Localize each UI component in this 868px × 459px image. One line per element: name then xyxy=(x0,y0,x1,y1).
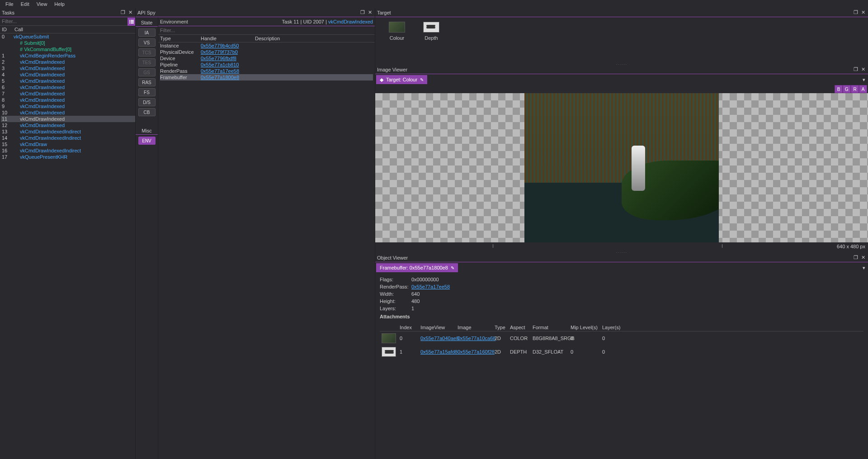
menu-view[interactable]: View xyxy=(33,0,51,8)
task-row[interactable]: 4vkCmdDrawIndexed xyxy=(1,71,135,78)
target-thumbnail xyxy=(423,22,439,33)
env-button[interactable]: ENV xyxy=(138,137,156,145)
close-icon[interactable]: ✕ xyxy=(367,9,373,16)
target-label: Colour xyxy=(390,35,404,41)
dropdown-icon[interactable]: ▾ xyxy=(863,265,865,271)
env-row[interactable]: Pipeline0x55e77a1cb810 xyxy=(160,62,373,68)
menubar: File Edit View Help xyxy=(0,0,868,8)
task-row[interactable]: 9vkCmdDrawIndexed xyxy=(1,103,135,109)
stage-button-tes[interactable]: TES xyxy=(138,58,156,66)
close-icon[interactable]: ✕ xyxy=(860,255,866,261)
stage-button-vs[interactable]: VS xyxy=(138,38,156,47)
task-row[interactable]: 8vkCmdDrawIndexed xyxy=(1,97,135,103)
misc-label: Misc xyxy=(136,127,158,135)
handle-link[interactable]: 0x55e779b4cd50 xyxy=(201,43,239,48)
channel-button-g[interactable]: G xyxy=(843,85,851,93)
stage-button-d-s[interactable]: D/S xyxy=(138,98,156,106)
task-row[interactable]: 11vkCmdDrawIndexed xyxy=(1,116,135,122)
pin-icon[interactable]: ✎ xyxy=(451,265,454,270)
image-link[interactable]: 0x55e77a10ca68 xyxy=(458,336,495,341)
target-title: Target xyxy=(377,10,853,15)
env-filter-input[interactable] xyxy=(158,26,375,35)
renderpass-link[interactable]: 0x55e77a17ee58 xyxy=(411,284,450,289)
restore-icon[interactable]: ❐ xyxy=(853,255,859,261)
attachments-header: Index ImageView Image Type Aspect Format… xyxy=(380,324,863,331)
env-row[interactable]: PhysicalDevice0x55e779f737b0 xyxy=(160,49,373,55)
stage-button-tcs[interactable]: TCS xyxy=(138,48,156,57)
back-icon[interactable]: ◆ xyxy=(380,77,383,83)
menu-edit[interactable]: Edit xyxy=(17,0,33,8)
restore-icon[interactable]: ❐ xyxy=(853,66,859,73)
env-row[interactable]: Device0x55e7796fbdf8 xyxy=(160,55,373,62)
task-row[interactable]: 16vkCmdDrawIndexedIndirect xyxy=(1,147,135,154)
attachments-label: Attachments xyxy=(380,314,863,319)
image-link[interactable]: 0x55e77a160f28 xyxy=(458,349,495,355)
task-row[interactable]: 12vkCmdDrawIndexed xyxy=(1,122,135,128)
handle-link[interactable]: 0x55e77a1800e8 xyxy=(201,75,239,80)
task-row[interactable]: 7vkCmdDrawIndexed xyxy=(1,90,135,97)
object-tag[interactable]: Framebuffer: 0x55e77a1800e8 ✎ xyxy=(376,263,458,272)
tasks-panel: Tasks ❐ ✕ ID Call 0vkQueueSubmit# Submit… xyxy=(0,8,136,459)
channel-button-b[interactable]: B xyxy=(835,85,843,93)
dropdown-icon[interactable]: ▾ xyxy=(863,77,865,83)
tasks-header: ID Call xyxy=(0,26,135,33)
image-target-tag[interactable]: ◆ Target: Colour ✎ xyxy=(376,75,427,84)
stage-button-fs[interactable]: FS xyxy=(138,88,156,96)
close-icon[interactable]: ✕ xyxy=(860,9,866,16)
target-item-colour[interactable]: Colour xyxy=(389,22,405,41)
close-icon[interactable]: ✕ xyxy=(860,66,866,73)
attachment-row[interactable]: 0 0x55e77a040ae8 0x55e77a10ca68 2D COLOR… xyxy=(380,331,863,345)
task-row[interactable]: # VkCommandBuffer[0] xyxy=(1,46,135,52)
handle-link[interactable]: 0x55e7796fbdf8 xyxy=(201,56,236,61)
image-dimensions: 640 x 480 px xyxy=(837,244,865,249)
env-row[interactable]: Instance0x55e779b4cd50 xyxy=(160,43,373,49)
stage-button-gs[interactable]: GS xyxy=(138,68,156,76)
env-row[interactable]: RenderPass0x55e77a17ee58 xyxy=(160,68,373,74)
task-row[interactable]: 0vkQueueSubmit xyxy=(1,33,135,40)
tasks-filter-toggle[interactable] xyxy=(127,18,135,26)
env-row[interactable]: Framebuffer0x55e77a1800e8 xyxy=(160,74,373,80)
breadcrumb-cmd-link[interactable]: vkCmdDrawIndexed xyxy=(328,19,373,24)
stage-button-ia[interactable]: IA xyxy=(138,28,156,37)
pin-icon[interactable]: ✎ xyxy=(420,77,424,82)
tasks-filter-input[interactable] xyxy=(0,17,127,26)
menu-file[interactable]: File xyxy=(2,0,17,8)
image-canvas[interactable] xyxy=(375,93,868,242)
imageview-link[interactable]: 0x55e77a040ae8 xyxy=(420,336,459,341)
close-icon[interactable]: ✕ xyxy=(127,9,133,16)
task-row[interactable]: 3vkCmdDrawIndexed xyxy=(1,65,135,71)
channel-button-a[interactable]: A xyxy=(859,85,867,93)
channel-button-r[interactable]: R xyxy=(851,85,859,93)
target-item-depth[interactable]: Depth xyxy=(423,22,439,41)
stage-button-ras[interactable]: RAS xyxy=(138,78,156,86)
task-row[interactable]: 6vkCmdDrawIndexed xyxy=(1,84,135,90)
task-row[interactable]: 14vkCmdDrawIndexedIndirect xyxy=(1,135,135,141)
attachment-row[interactable]: 1 0x55e77a15afd8 0x55e77a160f28 2D DEPTH… xyxy=(380,345,863,359)
object-viewer-title: Object Viewer xyxy=(377,255,853,260)
tasks-title: Tasks xyxy=(2,10,120,15)
restore-icon[interactable]: ❐ xyxy=(853,9,859,16)
task-row[interactable]: 13vkCmdDrawIndexedIndirect xyxy=(1,128,135,135)
handle-link[interactable]: 0x55e77a1cb810 xyxy=(201,62,239,67)
handle-link[interactable]: 0x55e77a17ee58 xyxy=(201,68,239,74)
image-viewer-panel: Image Viewer ❐ ✕ ◆ Target: Colour ✎ ▾ BG… xyxy=(375,65,868,253)
object-properties: Flags:0x00000000 RenderPass:0x55e77a17ee… xyxy=(375,273,868,322)
tasks-list[interactable]: 0vkQueueSubmit# Submit[0]# VkCommandBuff… xyxy=(0,33,135,459)
task-row[interactable]: 1vkCmdBeginRenderPass xyxy=(1,52,135,59)
task-row[interactable]: 2vkCmdDrawIndexed xyxy=(1,59,135,65)
col-id: ID xyxy=(2,27,14,32)
environment-title: Environment xyxy=(160,19,280,24)
target-panel: Target ❐ ✕ ColourDepth ······ xyxy=(375,8,868,65)
restore-icon[interactable]: ❐ xyxy=(120,9,126,16)
task-row[interactable]: 17vkQueuePresentKHR xyxy=(1,154,135,160)
menu-help[interactable]: Help xyxy=(51,0,68,8)
task-row[interactable]: 10vkCmdDrawIndexed xyxy=(1,109,135,116)
task-row[interactable]: 5vkCmdDrawIndexed xyxy=(1,78,135,84)
svg-rect-1 xyxy=(131,20,134,21)
stage-button-cb[interactable]: CB xyxy=(138,108,156,116)
imageview-link[interactable]: 0x55e77a15afd8 xyxy=(420,349,458,355)
task-row[interactable]: # Submit[0] xyxy=(1,40,135,46)
restore-icon[interactable]: ❐ xyxy=(359,9,366,16)
task-row[interactable]: 15vkCmdDraw xyxy=(1,141,135,147)
handle-link[interactable]: 0x55e779f737b0 xyxy=(201,49,238,55)
